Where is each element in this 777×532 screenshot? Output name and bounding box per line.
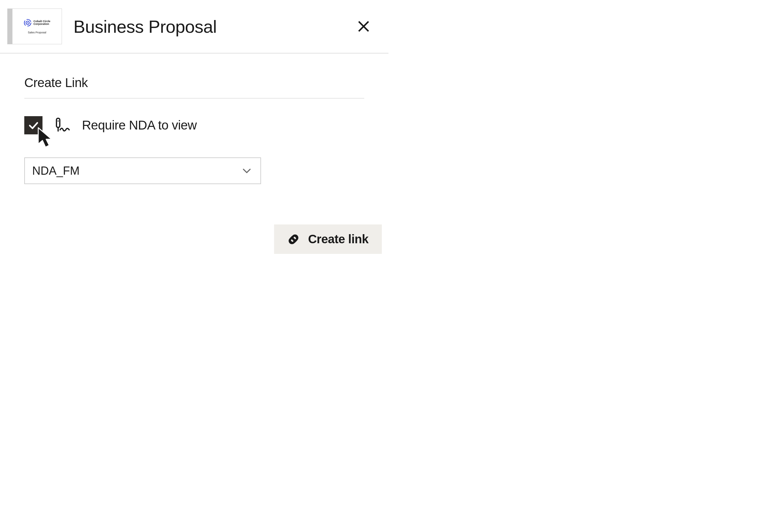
svg-point-2 — [27, 22, 28, 23]
thumbnail-subtitle: Sales Proposal — [28, 31, 46, 34]
thumbnail-content: Cobalt Circle Corporation Sales Proposal — [12, 9, 62, 44]
dialog-body: Create Link Require NDA to view NDA_FM — [0, 54, 388, 184]
close-button[interactable] — [357, 20, 370, 33]
svg-rect-5 — [57, 118, 60, 127]
thumbnail-logo-line2: Corporation — [33, 22, 49, 25]
svg-rect-12 — [292, 235, 298, 241]
dialog-title: Business Proposal — [74, 16, 217, 37]
create-link-label: Create link — [308, 232, 368, 246]
require-nda-checkbox[interactable] — [24, 116, 42, 134]
create-link-button[interactable]: Create link — [274, 225, 382, 254]
nda-select[interactable]: NDA_FM — [24, 157, 261, 184]
chevron-down-icon — [242, 166, 251, 175]
cobalt-circle-logo-icon — [24, 19, 31, 27]
checkmark-icon — [27, 119, 39, 131]
require-nda-row: Require NDA to view — [24, 116, 364, 134]
thumbnail-logo-text: Cobalt Circle Corporation — [33, 20, 50, 26]
thumbnail-logo: Cobalt Circle Corporation — [24, 19, 50, 27]
dialog-header: Cobalt Circle Corporation Sales Proposal… — [0, 0, 388, 54]
require-nda-label: Require NDA to view — [82, 118, 197, 133]
svg-point-7 — [58, 120, 59, 122]
thumbnail-accent — [8, 9, 12, 44]
document-thumbnail: Cobalt Circle Corporation Sales Proposal — [7, 8, 62, 44]
link-icon — [288, 233, 300, 245]
svg-rect-11 — [289, 238, 295, 244]
section-title: Create Link — [24, 76, 364, 99]
close-icon — [357, 20, 370, 33]
signature-icon — [53, 117, 71, 134]
nda-select-value: NDA_FM — [32, 164, 80, 177]
